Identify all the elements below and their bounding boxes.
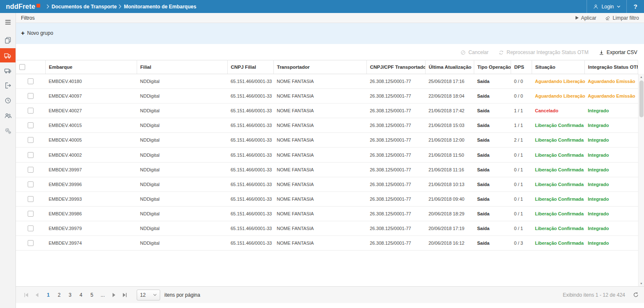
first-page-button[interactable] [21,290,32,300]
sidebar-item-exportacao[interactable] [0,78,16,93]
export-csv-button[interactable]: Exportar CSV [599,49,637,55]
col-dps[interactable]: DPS [511,60,532,74]
cell-dps: 0 / 0 [511,74,532,89]
table-scrollbar[interactable]: ▲ ▼ [638,74,644,286]
row-checkbox[interactable] [28,93,34,99]
col-tipo-operacao[interactable]: Tipo Operação [474,60,511,74]
breadcrumb-item-documentos[interactable]: Documentos de Transporte [52,4,117,10]
cell-integracao_otm: Aguardando Emissão [584,89,638,104]
sidebar-item-usuarios[interactable] [0,109,16,123]
cell-filial: NDDigital [137,192,227,206]
last-page-button[interactable] [119,290,130,300]
cell-cnpj_transportador: 26.308.125/0001-77 [366,177,425,192]
page-button-1[interactable]: 1 [43,290,54,300]
page-button-5[interactable]: 5 [86,290,97,300]
cell-embarque: EMBDEV.39993 [45,192,137,206]
table-row[interactable]: EMBDEV.39996NDDigital65.151.466/0001-33N… [16,177,638,192]
row-checkbox[interactable] [28,122,34,128]
new-group-button[interactable]: + Novo grupo [21,30,53,36]
row-checkbox[interactable] [28,152,34,158]
row-checkbox[interactable] [28,225,34,231]
refresh-button[interactable] [633,292,639,298]
page-button-3[interactable]: 3 [65,290,75,300]
cell-cnpj_transportador: 26.308.125/0001-77 [366,206,425,221]
row-checkbox[interactable] [28,137,34,143]
table-row[interactable]: EMBDEV.39986NDDigital65.151.466/0001-33N… [16,206,638,221]
cell-situacao: Liberação Confirmada [532,118,584,133]
login-menu-button[interactable]: Login [587,0,626,13]
row-checkbox[interactable] [28,167,34,173]
table-row[interactable]: EMBDEV.39993NDDigital65.151.466/0001-33N… [16,192,638,206]
page-button-4[interactable]: 4 [75,290,86,300]
filters-header[interactable]: Filtros Aplicar Limpar filtro [16,13,644,23]
table-row[interactable]: EMBDEV.39974NDDigital65.151.466/0001-33N… [16,236,638,251]
app-logo[interactable]: nddFrete [0,3,44,10]
table-row[interactable]: EMBDEV.39979NDDigital65.151.466/0001-33N… [16,221,638,236]
col-situacao[interactable]: Situação [532,60,584,74]
sidebar-item-documentos[interactable] [0,33,16,47]
sidebar-item-embarques[interactable] [0,48,16,62]
cell-filial: NDDigital [137,206,227,221]
row-checkbox[interactable] [28,211,34,217]
sidebar-item-historico[interactable] [0,93,16,108]
cell-tipo_operacao: Saída [474,221,511,236]
cell-dps: 0 / 1 [511,192,532,206]
cell-situacao: Aguardando Liberação [532,89,584,104]
table-row[interactable]: EMBDEV.40005NDDigital65.151.466/0001-33N… [16,133,638,148]
row-checkbox[interactable] [28,196,34,202]
table-row[interactable]: EMBDEV.40180NDDigital65.151.466/0001-33N… [16,74,638,89]
next-page-button[interactable] [108,290,119,300]
row-checkbox[interactable] [28,78,34,84]
col-embarque[interactable]: Embarque [45,60,137,74]
app-logo-text: nddFrete [6,3,35,10]
cell-cnpj_filial: 65.151.466/0001-33 [227,104,273,118]
cell-situacao: Liberação Confirmada [532,133,584,148]
table-row[interactable]: EMBDEV.39997NDDigital65.151.466/0001-33N… [16,162,638,177]
select-all-checkbox[interactable] [19,64,25,70]
page-size-select[interactable]: 12 [137,290,160,300]
cell-embarque: EMBDEV.40002 [45,148,137,162]
cell-tipo_operacao: Saída [474,162,511,177]
breadcrumb-item-monitoramento[interactable]: Monitoramento de Embarques [124,4,196,10]
table-row[interactable]: EMBDEV.40015NDDigital65.151.466/0001-33N… [16,118,638,133]
clear-filter-button[interactable]: Limpar filtro [605,15,639,21]
row-checkbox[interactable] [28,181,34,187]
page-more-button[interactable]: ... [97,290,108,300]
cell-transportador: NOME FANTASIA [273,74,366,89]
row-checkbox[interactable] [28,108,34,114]
cell-select [16,148,45,162]
cell-transportador: NOME FANTASIA [273,177,366,192]
help-button[interactable]: ? [626,0,644,13]
col-transportador[interactable]: Transportador [273,60,366,74]
sidebar-item-frota[interactable] [0,63,16,78]
col-filial[interactable]: Filial [137,60,227,74]
table-row[interactable]: EMBDEV.40027NDDigital65.151.466/0001-33N… [16,104,638,118]
col-integracao-otm[interactable]: Integração Status OTM [584,60,638,74]
col-cnpj-transportador[interactable]: CNPJ/CPF Transportador [366,60,425,74]
scroll-up-icon[interactable]: ▲ [639,74,644,80]
logo-flag-icon [36,4,40,8]
scrollbar-thumb[interactable] [639,80,644,117]
cell-transportador: NOME FANTASIA [273,133,366,148]
cell-cnpj_filial: 65.151.466/0001-33 [227,133,273,148]
cell-cnpj_filial: 65.151.466/0001-33 [227,118,273,133]
table-row[interactable]: EMBDEV.40002NDDigital65.151.466/0001-33N… [16,148,638,162]
col-ultima-atualizacao[interactable]: Última Atualização [425,60,474,74]
table-row[interactable]: EMBDEV.40097NDDigital65.151.466/0001-33N… [16,89,638,104]
row-checkbox[interactable] [28,240,34,246]
page-button-2[interactable]: 2 [54,290,65,300]
sidebar-item-configuracoes[interactable] [0,124,16,138]
apply-filter-button[interactable]: Aplicar [575,15,597,21]
scroll-down-icon[interactable]: ▼ [639,280,644,286]
prev-page-button[interactable] [32,290,43,300]
clear-filter-label: Limpar filtro [613,15,639,21]
cell-filial: NDDigital [137,89,227,104]
fleet-truck-icon [4,67,12,75]
menu-toggle-button[interactable] [0,16,16,28]
cell-situacao: Liberação Confirmada [532,236,584,251]
cell-embarque: EMBDEV.40005 [45,133,137,148]
col-cnpj-filial[interactable]: CNPJ Filial [227,60,273,74]
cancel-button[interactable]: Cancelar [460,49,488,55]
cell-dps: 0 / 3 [511,236,532,251]
reprocess-otm-button[interactable]: Reprocessar Integração Status OTM [499,49,588,55]
